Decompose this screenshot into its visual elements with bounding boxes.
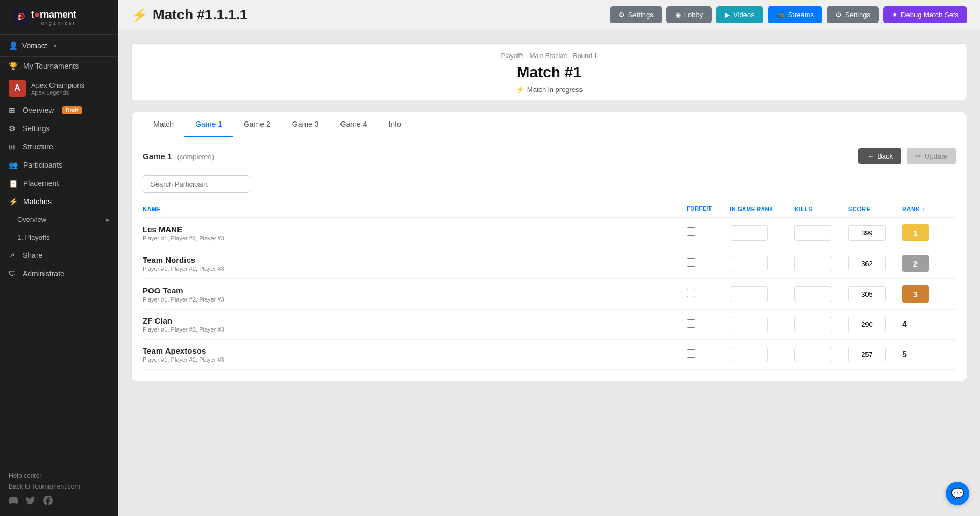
settings2-button[interactable]: ⚙ Settings xyxy=(827,6,879,23)
tab-game4[interactable]: Game 4 xyxy=(330,112,378,137)
score-input-0[interactable] xyxy=(848,225,886,241)
game-number: Game 1 xyxy=(143,152,172,161)
placement-icon: 📋 xyxy=(9,179,18,188)
tab-info[interactable]: Info xyxy=(378,112,411,137)
search-input[interactable] xyxy=(143,175,250,193)
settings2-label: Settings xyxy=(845,11,870,19)
tournament-logo: A xyxy=(9,80,26,97)
lobby-button[interactable]: ◉ Lobby xyxy=(666,6,712,23)
sidebar-item-share[interactable]: ↗ Share xyxy=(0,247,118,264)
tab-game2[interactable]: Game 2 xyxy=(233,112,281,137)
team-name-4: Team Apextosos xyxy=(143,346,687,355)
forfeit-checkbox-2[interactable] xyxy=(687,289,695,297)
game-status: (completed) xyxy=(177,153,214,161)
in-game-rank-input-3[interactable] xyxy=(730,317,768,332)
col-score: SCORE xyxy=(848,206,902,213)
in-game-rank-input-2[interactable] xyxy=(730,286,768,302)
rank-cell-2: 3 xyxy=(902,285,956,303)
update-button[interactable]: ✏ Update xyxy=(907,148,956,164)
game-label: Game 1 (completed) xyxy=(143,152,214,161)
kills-cell-2 xyxy=(794,286,848,302)
col-kills: KILLS xyxy=(794,206,848,213)
game-label-text: Game 1 (completed) xyxy=(143,152,214,161)
videos-button[interactable]: ▶ Videos xyxy=(716,6,763,23)
sidebar: t t●rnament organizer 👤 Vomact ▾ 🏆 My To… xyxy=(0,0,118,516)
chat-button[interactable]: 💬 xyxy=(946,482,969,505)
sidebar-item-matches[interactable]: ⚡ Matches xyxy=(0,193,118,210)
chat-icon: 💬 xyxy=(951,487,964,500)
kills-cell-0 xyxy=(794,225,848,241)
back-arrow-icon: ← xyxy=(867,152,874,160)
forfeit-cell-0 xyxy=(687,227,730,238)
sidebar-footer: Help center Back to Toornament.com xyxy=(0,463,118,516)
sidebar-item-administrate[interactable]: 🛡 Administrate xyxy=(0,265,118,282)
participants-label: Participants xyxy=(23,161,62,169)
in-game-rank-input-0[interactable] xyxy=(730,225,768,241)
rank-badge-1: 2 xyxy=(902,255,929,272)
tournament-name: Apex Champions xyxy=(31,81,84,89)
main-content: ⚡ Match #1.1.1.1 ⚙ Settings ◉ Lobby ▶ Vi… xyxy=(118,0,980,516)
match-breadcrumb: Playoffs - Main Bracket - Round 1 xyxy=(145,52,954,60)
facebook-icon[interactable] xyxy=(43,496,53,507)
rank-plain-4: 5 xyxy=(902,350,907,359)
back-button[interactable]: ← Back xyxy=(858,148,901,164)
sidebar-item-settings[interactable]: ⚙ Settings xyxy=(0,120,118,137)
team-players-4: Player #1, Player #2, Player #3 xyxy=(143,356,687,363)
page-title-text: Match #1.1.1.1 xyxy=(153,6,247,23)
tab-game1[interactable]: Game 1 xyxy=(184,112,233,137)
kills-input-1[interactable] xyxy=(794,256,832,271)
score-input-3[interactable] xyxy=(848,317,886,332)
match-info-card: Playoffs - Main Bracket - Round 1 Match … xyxy=(131,43,967,101)
structure-icon: ⊞ xyxy=(9,142,17,151)
match-card-header: Playoffs - Main Bracket - Round 1 Match … xyxy=(132,44,967,101)
in-game-rank-input-1[interactable] xyxy=(730,256,768,271)
rank-cell-1: 2 xyxy=(902,255,956,272)
kills-input-2[interactable] xyxy=(794,286,832,302)
team-info-1: Team Nordics Player #1, Player #2, Playe… xyxy=(143,255,687,272)
sidebar-item-playoffs[interactable]: 1. Playoffs xyxy=(0,229,118,246)
tabs-container: MatchGame 1Game 2Game 3Game 4Info Game 1… xyxy=(131,112,967,381)
sidebar-item-overview[interactable]: ⊞ Overview Draft xyxy=(0,102,118,119)
playoffs-label: 1. Playoffs xyxy=(17,233,49,241)
streams-button[interactable]: 📹 Streams xyxy=(768,6,822,23)
kills-input-3[interactable] xyxy=(794,317,832,332)
share-label: Share xyxy=(23,251,42,260)
sidebar-item-overview-sub[interactable]: Overview ▸ xyxy=(0,211,118,228)
table-row: POG Team Player #1, Player #2, Player #3… xyxy=(143,279,956,310)
back-link[interactable]: Back to Toornament.com xyxy=(9,483,110,490)
tournament-info: Apex Champions Apex Legends xyxy=(31,81,84,96)
twitter-icon[interactable] xyxy=(26,496,35,507)
forfeit-checkbox-1[interactable] xyxy=(687,258,695,267)
kills-input-0[interactable] xyxy=(794,225,832,241)
sidebar-item-participants[interactable]: 👥 Participants xyxy=(0,156,118,174)
in-game-rank-input-4[interactable] xyxy=(730,347,768,362)
tab-game3[interactable]: Game 3 xyxy=(281,112,330,137)
score-input-2[interactable] xyxy=(848,286,886,302)
game-header: Game 1 (completed) ← Back ✏ Update xyxy=(143,148,956,164)
tab-match[interactable]: Match xyxy=(143,112,184,137)
sidebar-item-placement[interactable]: 📋 Placement xyxy=(0,175,118,192)
update-label: Update xyxy=(925,152,947,160)
rank-cell-0: 1 xyxy=(902,224,956,241)
bolt-icon: ⚡ xyxy=(131,8,147,23)
user-menu[interactable]: 👤 Vomact ▾ xyxy=(0,35,118,57)
my-tournaments-label: My Tournaments xyxy=(23,62,79,70)
debug-icon: ✦ xyxy=(892,11,898,19)
forfeit-checkbox-3[interactable] xyxy=(687,319,695,328)
admin-icon: 🛡 xyxy=(9,269,17,278)
score-input-1[interactable] xyxy=(848,256,886,271)
help-link[interactable]: Help center xyxy=(9,472,110,479)
forfeit-checkbox-0[interactable] xyxy=(687,227,695,236)
forfeit-cell-2 xyxy=(687,289,730,299)
logo: t t●rnament organizer xyxy=(0,0,118,35)
tournament-item[interactable]: A Apex Champions Apex Legends xyxy=(0,75,118,101)
sidebar-item-my-tournaments[interactable]: 🏆 My Tournaments xyxy=(0,58,118,75)
debug-button[interactable]: ✦ Debug Match Sets xyxy=(883,6,967,23)
score-cell-3 xyxy=(848,317,902,332)
discord-icon[interactable] xyxy=(9,496,18,507)
sidebar-item-structure[interactable]: ⊞ Structure xyxy=(0,138,118,155)
kills-input-4[interactable] xyxy=(794,347,832,362)
forfeit-checkbox-4[interactable] xyxy=(687,349,695,358)
settings1-button[interactable]: ⚙ Settings xyxy=(610,6,662,23)
score-input-4[interactable] xyxy=(848,347,886,362)
